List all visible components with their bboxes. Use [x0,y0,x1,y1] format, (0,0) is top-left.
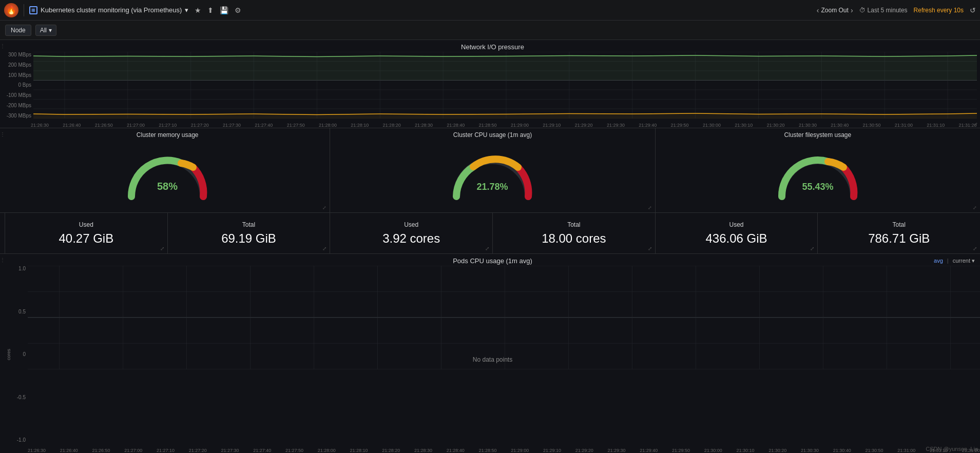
filesystem-gauge-container: 55.43% ⤢ [656,140,980,212]
stat-memory-total: Total 69.19 GiB ⤢ [168,213,331,253]
refresh-icon[interactable]: ↺ [970,6,976,14]
stat-cpu-used-label: Used [404,221,418,228]
network-chart-svg [33,52,977,119]
node-filter-button[interactable]: Node [5,25,31,36]
dashboard-title-button[interactable]: ▦ Kubernetes cluster monitoring (via Pro… [29,6,188,14]
memory-gauge-panel: Cluster memory usage 58% ⤢ [5,128,330,212]
network-y-axis: 300 MBps 200 MBps 100 MBps 0 Bps -100 MB… [5,52,33,119]
network-chart-area: 300 MBps 200 MBps 100 MBps 0 Bps -100 MB… [5,52,980,128]
stat-cpu-total-value: 18.00 cores [542,231,606,246]
stat-fs-total: Total 786.71 GiB ⤢ [818,213,980,253]
zoom-controls: ‹ Zoom Out › [817,6,853,14]
stat-memory-total-expand[interactable]: ⤢ [322,246,326,251]
stat-cpu-total: Total 18.00 cores ⤢ [493,213,656,253]
time-range-label: Last 5 minutes [868,7,908,14]
all-filter-dropdown[interactable]: All ▾ [35,25,56,36]
star-icon[interactable]: ★ [195,6,201,14]
clock-icon: ⏱ [859,7,866,14]
stat-memory-total-label: Total [242,221,255,228]
cpu-gauge-svg: 21.78% [446,148,539,204]
pods-y-axis: 1.0 0.5 0 -0.5 -1.0 [12,266,28,443]
network-panel-inner: Network I/O pressure 300 MBps 200 MBps 1… [5,40,980,128]
pods-x-axis: 21:26:30 21:26:40 21:26:50 21:27:00 21:2… [28,448,980,453]
pods-legend: avg | current ▾ [934,258,975,264]
zoom-left-icon[interactable]: ‹ [817,6,819,14]
nav-action-icons: ★ ⬆ 💾 ⚙ [195,6,241,14]
pods-panel-header: Pods CPU usage (1m avg) avg | current ▾ [5,254,980,266]
top-navigation: 🔥 ▦ Kubernetes cluster monitoring (via P… [0,0,980,21]
cpu-gauge-container: 21.78% ⤢ [330,140,655,212]
stat-memory-total-value: 69.19 GiB [221,231,276,246]
pods-y-axis-label: cores [6,348,11,360]
zoom-right-icon[interactable]: › [851,6,853,14]
memory-gauge-expand[interactable]: ⤢ [322,205,326,210]
stat-cpu-used-value: 3.92 cores [382,231,440,246]
stats-row: Used 40.27 GiB ⤢ Total 69.19 GiB ⤢ Used … [0,213,980,254]
stat-cpu-used: Used 3.92 cores ⤢ [330,213,493,253]
svg-text:21.78%: 21.78% [477,182,508,192]
network-x-axis: 21:26:30 21:26:40 21:26:50 21:27:00 21:2… [31,123,977,128]
memory-gauge-container: 58% ⤢ [5,140,330,212]
title-dropdown-icon: ▾ [185,6,188,14]
filesystem-gauge-panel: Cluster filesystem usage 55.43% ⤢ [656,128,980,212]
dashboard-title: Kubernetes cluster monitoring (via Prome… [41,6,182,14]
watermark: CSDN @yunson_Liu [926,446,978,452]
pods-panel-title: Pods CPU usage (1m avg) [453,257,532,265]
stat-cpu-used-expand[interactable]: ⤢ [485,246,489,251]
nav-divider [24,4,24,16]
svg-marker-23 [33,55,977,81]
zoom-out-button[interactable]: Zoom Out [821,7,849,14]
network-drag-handle[interactable]: ⋮ [0,40,5,128]
pods-legend-avg: avg [934,258,943,264]
pods-drag-handle[interactable]: ⋮ [0,254,5,453]
stat-memory-used: Used 40.27 GiB ⤢ [5,213,168,253]
pods-panel-inner: Pods CPU usage (1m avg) avg | current ▾ … [5,254,980,453]
stat-fs-used-value: 436.06 GiB [705,231,767,246]
pods-chart-svg [28,266,980,369]
memory-gauge-svg: 58% [121,148,214,204]
stat-memory-used-label: Used [79,221,93,228]
stat-fs-used-label: Used [729,221,744,228]
pods-no-data: No data points [473,356,512,363]
network-panel-title: Network I/O pressure [5,40,980,52]
filesystem-gauge-expand[interactable]: ⤢ [973,205,977,210]
gauges-row: ⋮ Cluster memory usage 58% ⤢ [0,128,980,213]
stat-memory-used-expand[interactable]: ⤢ [160,246,164,251]
stat-fs-total-expand[interactable]: ⤢ [973,246,977,251]
network-expand-icon[interactable]: ⤢ [974,122,978,127]
stat-cpu-total-label: Total [567,221,580,228]
save-icon[interactable]: 💾 [220,6,228,14]
stat-fs-used-expand[interactable]: ⤢ [810,246,814,251]
pods-y-axis-label-container: cores [5,266,12,443]
cpu-gauge-expand[interactable]: ⤢ [648,205,652,210]
stats-spacer [0,213,5,253]
svg-text:55.43%: 55.43% [802,182,833,192]
cpu-gauge-panel: Cluster CPU usage (1m avg) 21.78% ⤢ [330,128,655,212]
dashboard-icon: ▦ [29,6,37,14]
network-panel: ⋮ Network I/O pressure 300 MBps 200 MBps… [0,40,980,128]
settings-icon[interactable]: ⚙ [235,6,241,14]
memory-gauge-title: Cluster memory usage [137,128,199,140]
time-range-selector[interactable]: ⏱ Last 5 minutes [859,7,908,14]
pods-legend-current[interactable]: current ▾ [953,258,975,264]
stat-fs-total-label: Total [893,221,906,228]
app-logo[interactable]: 🔥 [4,3,18,17]
share-icon[interactable]: ⬆ [207,6,214,14]
nav-right-controls: ‹ Zoom Out › ⏱ Last 5 minutes Refresh ev… [817,6,976,14]
stat-fs-used: Used 436.06 GiB ⤢ [656,213,818,253]
pods-panel: ⋮ Pods CPU usage (1m avg) avg | current … [0,254,980,453]
stat-fs-total-value: 786.71 GiB [868,231,930,246]
filter-bar: Node All ▾ [0,21,980,40]
gauges-drag-handle[interactable]: ⋮ [0,128,5,212]
pods-chart-area: cores 1.0 0.5 0 -0.5 -1.0 [5,266,980,453]
panels-container: ⋮ Network I/O pressure 300 MBps 200 MBps… [0,40,980,453]
filesystem-gauge-title: Cluster filesystem usage [784,128,851,140]
stat-memory-used-value: 40.27 GiB [59,231,113,246]
cpu-gauge-title: Cluster CPU usage (1m avg) [453,128,532,140]
svg-text:58%: 58% [157,181,178,192]
filesystem-gauge-svg: 55.43% [772,148,864,204]
refresh-interval-label[interactable]: Refresh every 10s [914,7,964,14]
stat-cpu-total-expand[interactable]: ⤢ [648,246,652,251]
